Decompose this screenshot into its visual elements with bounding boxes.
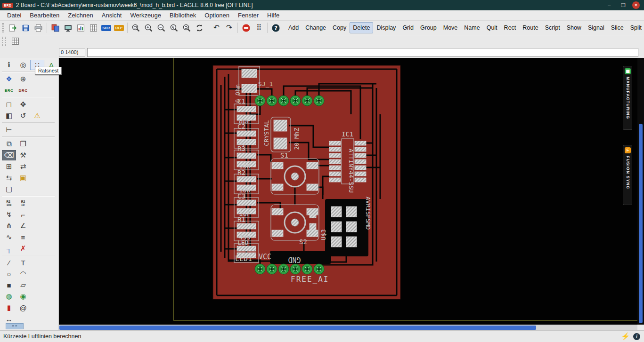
pinswap-icon[interactable]: ⇆ <box>2 173 16 183</box>
command-group[interactable]: Group <box>417 22 440 33</box>
erc-icon[interactable]: ERC <box>2 85 16 95</box>
zoom-select-icon[interactable] <box>168 22 180 34</box>
menu-item-optionen[interactable]: Optionen <box>200 11 234 20</box>
command-delete[interactable]: Delete <box>350 22 373 33</box>
close-button[interactable]: ✕ <box>632 1 640 9</box>
ulp-badge[interactable]: ULP <box>113 22 125 34</box>
vertical-scrollbar-thumb[interactable] <box>639 124 643 323</box>
command-script[interactable]: Script <box>542 22 563 33</box>
pcb-canvas[interactable]: SJ_10 OhmC18pFC28pFR310KR210KC31uFR1499L… <box>59 58 637 325</box>
grip-dots-icon[interactable]: ⠿ <box>253 22 265 34</box>
zoom-in-icon[interactable] <box>142 22 155 34</box>
redo-icon[interactable]: ↷ <box>223 22 236 34</box>
wire-icon[interactable]: ∕ <box>2 257 16 268</box>
command-grid[interactable]: Grid <box>399 22 417 33</box>
menu-item-hilfe[interactable]: Hilfe <box>263 11 284 20</box>
menu-item-datei[interactable]: Datei <box>3 11 25 20</box>
zoom-out-icon[interactable] <box>155 22 168 34</box>
menu-item-ansicht[interactable]: Ansicht <box>98 11 126 20</box>
zoom-fit-icon[interactable] <box>130 22 142 34</box>
delete-icon[interactable]: ⌫ <box>2 150 16 160</box>
scr-script-badge[interactable]: SCR <box>100 22 113 34</box>
name-tool-icon[interactable]: R2 10k <box>2 198 16 208</box>
mirror-icon[interactable]: ◧ <box>2 111 16 121</box>
paste-icon[interactable]: ❐ <box>16 139 30 149</box>
maximize-button[interactable]: ❐ <box>616 2 630 8</box>
command-split[interactable]: Split <box>627 22 644 33</box>
refresh-icon[interactable] <box>193 22 206 34</box>
rect-icon[interactable]: ■ <box>2 280 16 290</box>
warning-icon[interactable]: ⚠ <box>30 111 44 121</box>
signal-layers-icon[interactable]: ≡ <box>16 232 30 242</box>
copy-icon[interactable]: ⧉ <box>2 139 16 149</box>
horizontal-scrollbar[interactable] <box>59 325 637 330</box>
replace-icon[interactable]: ⇄ <box>16 161 30 172</box>
menu-item-bibliothek[interactable]: Bibliothek <box>165 11 200 20</box>
value-tool-icon[interactable]: R2 10 <box>16 198 30 208</box>
command-change[interactable]: Change <box>302 22 329 33</box>
save-icon[interactable] <box>19 22 32 34</box>
pad-icon[interactable]: ◉ <box>16 291 30 302</box>
command-quit[interactable]: Quit <box>483 22 501 33</box>
palette-overflow[interactable]: » » <box>6 323 24 329</box>
status-info-icon[interactable]: i <box>633 333 640 340</box>
menu-item-fenster[interactable]: Fenster <box>234 11 263 20</box>
via-icon[interactable]: ◍ <box>2 291 16 302</box>
tab-fusion-sync[interactable]: F FUSION SYNC <box>623 145 632 205</box>
meander-icon[interactable]: ∿ <box>2 232 16 242</box>
command-move[interactable]: Move <box>440 22 461 33</box>
grid-settings-icon[interactable] <box>9 35 22 48</box>
command-signal[interactable]: Signal <box>585 22 608 33</box>
command-add[interactable]: Add <box>285 22 302 33</box>
drc-icon[interactable]: DRC <box>16 85 30 95</box>
info-icon[interactable]: ℹ <box>2 60 16 70</box>
autoroute-icon[interactable]: ↔ <box>2 314 16 324</box>
unlock-icon[interactable]: ▢ <box>2 184 16 194</box>
menu-item-bearbeiten[interactable]: Bearbeiten <box>25 11 64 20</box>
move-icon[interactable]: ✥ <box>16 99 30 110</box>
grid-table-icon[interactable] <box>87 22 100 34</box>
rotate-icon[interactable]: ↺ <box>16 111 30 121</box>
command-line-input[interactable] <box>87 48 638 57</box>
minimize-button[interactable]: – <box>602 2 616 8</box>
text-tool-icon[interactable]: T <box>16 257 30 268</box>
smd-icon[interactable]: ▮ <box>2 302 16 313</box>
command-route[interactable]: Route <box>519 22 541 33</box>
horizontal-scrollbar-thumb[interactable] <box>59 326 536 330</box>
undo-icon[interactable]: ↶ <box>210 22 223 34</box>
group-icon[interactable]: ◻ <box>2 99 16 110</box>
lock-icon[interactable]: ▣ <box>16 173 30 183</box>
add-part-icon[interactable]: ⊞ <box>2 161 16 172</box>
monitor-icon[interactable] <box>62 22 74 34</box>
attribute-icon[interactable]: @ <box>16 302 30 313</box>
circle-icon[interactable]: ○ <box>2 269 16 279</box>
zoom-redraw-icon[interactable] <box>180 22 193 34</box>
command-show[interactable]: Show <box>563 22 585 33</box>
command-copy[interactable]: Copy <box>329 22 350 33</box>
open-board-icon[interactable] <box>7 22 19 34</box>
tab-manufacturing[interactable]: ▦ MANUFACTURING <box>623 66 632 130</box>
print-icon[interactable] <box>32 22 45 34</box>
vertical-scrollbar[interactable] <box>637 58 644 325</box>
change-tool-icon[interactable]: ⚒ <box>16 150 30 160</box>
optimize-icon[interactable]: ∠ <box>16 221 30 231</box>
display-layers-icon[interactable]: ❖ <box>2 74 16 84</box>
menu-item-zeichnen[interactable]: Zeichnen <box>64 11 97 20</box>
arc-icon[interactable]: ◠ <box>16 269 30 279</box>
chart-icon[interactable] <box>74 22 87 34</box>
ripup-icon[interactable]: ✗ <box>16 243 30 254</box>
lightning-icon[interactable]: ⚡ <box>621 332 630 341</box>
menu-item-werkzeuge[interactable]: Werkzeuge <box>126 11 165 20</box>
smash-icon[interactable]: ↯ <box>2 209 16 220</box>
command-name[interactable]: Name <box>461 22 483 33</box>
miter-icon[interactable]: ⌐ <box>16 209 30 220</box>
route-icon[interactable]: ┐ <box>2 243 16 254</box>
toolbar-drag-handle[interactable] <box>2 23 4 32</box>
show-icon[interactable]: ◎ <box>16 60 30 70</box>
command-slice[interactable]: Slice <box>608 22 627 33</box>
command-display[interactable]: Display <box>373 22 399 33</box>
toolbar2-drag-handle[interactable] <box>2 37 6 46</box>
sch-brd-toggle-icon[interactable] <box>49 22 62 34</box>
stop-icon[interactable] <box>240 22 253 34</box>
split-icon[interactable]: ⋔ <box>2 221 16 231</box>
